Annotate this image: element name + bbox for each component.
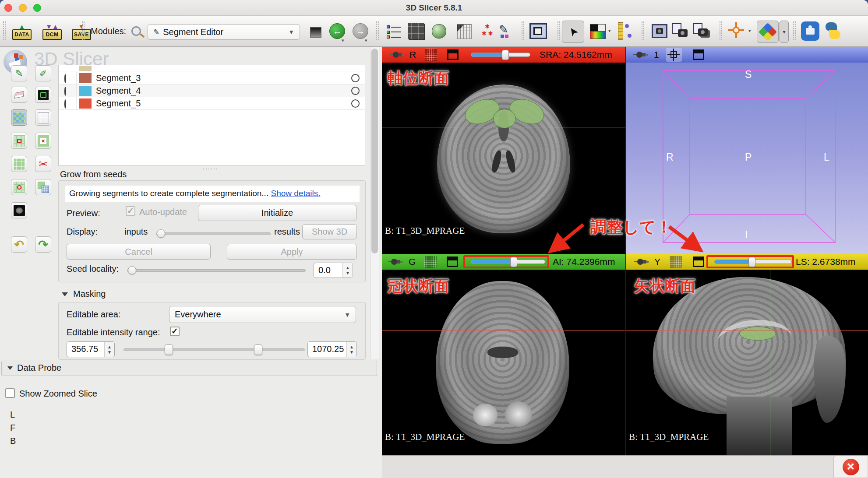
screenshot-icon[interactable]: [652, 24, 667, 38]
segment-name[interactable]: Segment_5: [96, 98, 141, 109]
effect-draw-button[interactable]: ✐: [35, 65, 51, 81]
segment-color-swatch[interactable]: [79, 98, 92, 109]
segment-row[interactable]: Segment_4: [59, 84, 365, 97]
effect-erase-button[interactable]: [11, 87, 27, 103]
sagittal-slice-slider[interactable]: [714, 260, 792, 264]
seed-locality-spinbox[interactable]: 0.0 ▲▼: [314, 263, 353, 278]
axial-slice-slider-thumb[interactable]: [502, 50, 509, 60]
segment-color-swatch[interactable]: [79, 86, 92, 96]
data-probe-header[interactable]: Data Probe: [1, 361, 377, 376]
axial-slice-slider[interactable]: [471, 53, 530, 57]
undo-button[interactable]: ↶: [11, 236, 27, 253]
transforms-grid-icon[interactable]: [457, 24, 472, 39]
segment-status-circle[interactable]: [351, 87, 360, 95]
display-slider[interactable]: [156, 232, 271, 235]
python-console-icon[interactable]: [824, 21, 842, 41]
extensions-puzzle-icon[interactable]: [801, 21, 819, 41]
segment-editor-pen-icon[interactable]: ✎: [499, 23, 513, 39]
panel-scrollbar-thumb[interactable]: [371, 49, 378, 253]
intensity-range-slider[interactable]: [123, 348, 305, 351]
intensity-min-spinbox[interactable]: 356.75 ▲▼: [67, 341, 115, 357]
volumes-cube-icon[interactable]: [408, 23, 424, 39]
effect-islands-button[interactable]: [11, 179, 27, 195]
subject-hierarchy-icon[interactable]: [387, 25, 401, 39]
panel-scrollbar[interactable]: [370, 47, 379, 359]
display-slider-thumb[interactable]: [157, 229, 165, 238]
sagittal-slice-view[interactable]: 矢状断面 B: T1_3D_MPRAGE: [625, 270, 868, 455]
capture-sequence-icon[interactable]: [693, 23, 712, 39]
intensity-range-max-thumb[interactable]: [254, 344, 262, 355]
pin-icon[interactable]: [633, 52, 648, 58]
load-data-button[interactable]: ▲ DATA: [11, 19, 33, 45]
spinbox-arrows[interactable]: ▲▼: [342, 263, 353, 278]
segment-status-circle[interactable]: [351, 99, 360, 108]
pin-icon[interactable]: [390, 52, 405, 58]
models-sphere-icon[interactable]: [432, 24, 446, 39]
segment-row-partial[interactable]: [59, 65, 365, 71]
show-zoomed-slice-checkbox[interactable]: [5, 388, 15, 398]
masking-collapse-icon[interactable]: [62, 292, 68, 296]
layout-dropdown[interactable]: ▾: [780, 21, 789, 43]
mouse-pointer-tool[interactable]: ➤: [562, 21, 584, 43]
error-log-button[interactable]: ✕: [833, 456, 868, 478]
segment-visibility-eye-icon[interactable]: [64, 74, 66, 83]
segment-color-swatch[interactable]: [79, 66, 92, 71]
scene-capture-icon[interactable]: [672, 23, 689, 39]
back-arrow-icon[interactable]: ←: [329, 23, 345, 39]
initialize-button[interactable]: Initialize: [198, 205, 356, 221]
measurement-ruler-icon[interactable]: [617, 22, 632, 40]
segment-visibility-eye-icon[interactable]: [64, 87, 66, 96]
window-capture-icon[interactable]: [529, 23, 547, 39]
redo-button[interactable]: ↷: [35, 236, 51, 253]
coronal-slice-slider[interactable]: [471, 260, 545, 264]
show-details-link[interactable]: Show details.: [271, 189, 320, 198]
slice-link-grid-icon[interactable]: [424, 256, 437, 268]
spinbox-arrows[interactable]: ▲▼: [104, 342, 114, 357]
center-view-crosshair-icon[interactable]: [666, 48, 682, 62]
intensity-range-min-thumb[interactable]: [165, 344, 173, 355]
module-search-icon[interactable]: [131, 26, 141, 36]
forward-history-dropdown[interactable]: ▾: [365, 38, 367, 43]
masking-title[interactable]: Masking: [73, 289, 106, 299]
effect-hollow-button[interactable]: ✕: [35, 133, 51, 149]
effect-paint-button[interactable]: ✎: [11, 65, 27, 81]
coronal-slice-view[interactable]: 冠状断面 B: T1_3D_MPRAGE: [382, 270, 625, 455]
effect-level-tracing-button[interactable]: [35, 87, 51, 103]
seed-locality-slider-thumb[interactable]: [128, 266, 136, 274]
auto-update-checkbox[interactable]: [126, 206, 135, 216]
slice-link-grid-icon[interactable]: [425, 49, 437, 61]
segment-name[interactable]: Segment_3: [96, 73, 141, 83]
segment-visibility-eye-icon[interactable]: [64, 99, 66, 109]
pin-icon[interactable]: [388, 259, 403, 265]
volume-rendering-dropdown[interactable]: ▾: [608, 28, 611, 34]
back-history-dropdown[interactable]: ▾: [342, 38, 344, 43]
slice-link-grid-icon[interactable]: [670, 256, 682, 268]
editable-intensity-checkbox[interactable]: [170, 327, 180, 336]
segment-row[interactable]: Segment_5: [59, 97, 365, 110]
segment-row[interactable]: Segment_3: [59, 72, 365, 84]
intensity-max-spinbox[interactable]: 1070.25 ▲▼: [307, 341, 357, 357]
view-menu-icon[interactable]: [447, 49, 459, 60]
coronal-slice-slider-thumb[interactable]: [510, 257, 517, 267]
view-menu-icon[interactable]: [693, 257, 704, 267]
effect-fill-between-slices-button[interactable]: [35, 109, 51, 126]
load-dicom-button[interactable]: ▼▲ DCM: [42, 19, 63, 45]
crosshair-dropdown[interactable]: ▾: [748, 28, 751, 34]
sagittal-slice-slider-thumb[interactable]: [748, 257, 755, 267]
data-probe-collapse-icon[interactable]: [7, 366, 13, 370]
view-menu-icon[interactable]: [693, 49, 704, 60]
forward-arrow-icon[interactable]: →: [353, 23, 368, 39]
crosshair-icon[interactable]: [728, 22, 744, 38]
seed-locality-slider[interactable]: [127, 269, 306, 272]
view-menu-icon[interactable]: [447, 257, 458, 267]
axial-slice-view[interactable]: 軸位断面 B: T1_3D_MPRAGE: [382, 63, 625, 254]
module-history-icon[interactable]: [310, 27, 321, 38]
splitter-handle[interactable]: [202, 168, 218, 170]
effect-grow-from-seeds-button[interactable]: [11, 109, 27, 126]
effect-scissors-button[interactable]: ✂: [35, 156, 51, 172]
segment-color-swatch[interactable]: [79, 73, 92, 83]
apply-button[interactable]: Apply: [227, 244, 357, 260]
layout-selector-button[interactable]: [757, 21, 779, 43]
effect-smoothing-button[interactable]: [11, 156, 27, 172]
volume-rendering-icon[interactable]: [590, 24, 606, 39]
